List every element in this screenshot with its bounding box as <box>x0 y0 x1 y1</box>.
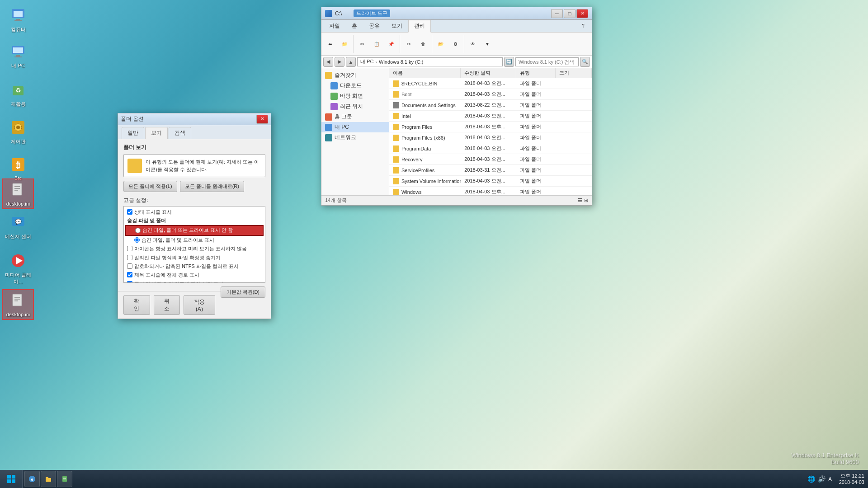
detail-view-icon[interactable]: ⊞ <box>584 197 588 203</box>
apply-all-button[interactable]: 모든 폴더에 적용(L) <box>123 181 177 192</box>
nav-homegroup-label: 홈 그룹 <box>335 113 352 121</box>
address-part-thispc[interactable]: 내 PC <box>360 58 373 65</box>
nav-back[interactable]: ◀ <box>323 57 333 67</box>
adv-title-path[interactable]: 제목 표시줄에 전체 경로 표시 <box>125 271 264 279</box>
tray-volume[interactable]: 🔊 <box>818 475 826 483</box>
nav-forward[interactable]: ▶ <box>335 57 344 67</box>
locked-folder-icon <box>393 102 399 108</box>
nav-desktop[interactable]: 바탕 화면 <box>321 91 389 101</box>
svg-text:₿: ₿ <box>16 161 20 170</box>
adv-hide-radio[interactable]: 숨긴 파일, 폴더 또는 드라이브 표시 안 함 <box>125 225 264 235</box>
address-part-drive[interactable]: Windows 8.1 ky (C:) <box>379 59 423 65</box>
col-size[interactable]: 크기 <box>556 68 592 78</box>
maximize-button[interactable]: □ <box>564 9 576 18</box>
taskbar-ie[interactable]: e <box>24 471 40 487</box>
search-input[interactable] <box>515 57 579 66</box>
file-row-programfiles-x86[interactable]: Program Files (x86) 2018-04-03 오전... 파일 … <box>389 132 592 143</box>
tray-network[interactable]: 🌐 <box>807 475 815 483</box>
advanced-list[interactable]: 상태 표시줄 표시 숨김 파일 및 폴더 숨긴 파일, 폴더 또는 드라이브 표… <box>123 206 265 283</box>
ribbon-copy-btn[interactable]: 📋 <box>370 34 383 54</box>
desktop-icon-desktop-ini-2[interactable]: desktop.ini <box>2 289 34 320</box>
tray-ime[interactable]: A <box>828 476 831 482</box>
nav-recent[interactable]: 최근 위치 <box>321 101 389 112</box>
desktop-icon-computer[interactable]: 컴퓨터 <box>2 5 34 35</box>
file-row-windows[interactable]: Windows 2018-04-03 오후... 파일 폴더 <box>389 187 592 195</box>
ribbon-folder-btn[interactable]: 📁 <box>338 34 351 54</box>
tab-manage[interactable]: 관리 <box>408 20 431 33</box>
ribbon-view-btn[interactable]: 👁 <box>466 34 480 54</box>
file-row-programdata[interactable]: ProgramData 2018-04-03 오전... 파일 폴더 <box>389 143 592 154</box>
adv-hide-ext[interactable]: 알려진 파일 형식의 파일 확장명 숨기기 <box>125 253 264 262</box>
ribbon-cut-btn[interactable]: ✂ <box>355 34 369 54</box>
nav-up[interactable]: ▲ <box>346 57 356 67</box>
dialog-apply-button[interactable]: 적용(A) <box>184 295 215 315</box>
file-row-recovery[interactable]: Recovery 2018-04-03 오전... 파일 폴더 <box>389 154 592 165</box>
adv-always-icon[interactable]: 아이콘은 항상 표시하고 미리 보기는 표시하지 않음 <box>125 244 264 253</box>
address-path[interactable]: 내 PC › Windows 8.1 ky (C:) <box>357 57 503 66</box>
show-radio-input[interactable] <box>134 237 140 243</box>
ribbon-help-button[interactable]: ? <box>576 20 590 32</box>
hide-ext-checkbox[interactable] <box>127 255 132 260</box>
always-icon-checkbox[interactable] <box>127 246 132 251</box>
col-type[interactable]: 유형 <box>516 68 556 78</box>
view-toggle[interactable]: ☰ ⊞ <box>578 197 588 203</box>
tab-share[interactable]: 공유 <box>363 20 386 32</box>
dialog-ok-button[interactable]: 확인 <box>123 295 150 315</box>
hide-radio-input[interactable] <box>135 228 141 233</box>
tab-file[interactable]: 파일 <box>323 20 346 32</box>
minimize-button[interactable]: ─ <box>551 9 563 18</box>
adv-popup[interactable]: 폴더 및 바탕 화면 항목에 팝업 설명 표시 <box>125 280 264 283</box>
start-button[interactable] <box>0 470 23 488</box>
desktop-icon-recycle[interactable]: ♻ 재활용 <box>2 79 34 109</box>
ribbon-new-folder-btn[interactable]: 📂 <box>434 34 448 54</box>
color-ntfs-checkbox[interactable] <box>127 263 132 269</box>
taskbar-notepad[interactable] <box>57 471 72 487</box>
dialog-close-button[interactable]: ✕ <box>256 115 268 124</box>
tab-view[interactable]: 보기 <box>386 20 408 32</box>
tab-home[interactable]: 홈 <box>346 20 363 32</box>
ribbon-paste-btn[interactable]: 📌 <box>384 34 398 54</box>
desktop-icon-mediaplayer[interactable]: 미디어 클레이... <box>2 250 34 287</box>
file-row-boot[interactable]: Boot 2018-04-03 오전... 파일 폴더 <box>389 89 592 100</box>
file-row-intel[interactable]: Intel 2018-04-03 오전... 파일 폴더 <box>389 111 592 122</box>
status-bar-checkbox[interactable] <box>127 209 132 215</box>
nav-mypc[interactable]: 내 PC <box>321 122 389 132</box>
list-view-icon[interactable]: ☰ <box>578 197 582 203</box>
nav-downloads[interactable]: 다운로드 <box>321 80 389 91</box>
reset-all-button[interactable]: 모든 폴더를 원래대로(R) <box>180 181 244 192</box>
taskbar-clock[interactable]: 오후 12:21 2018-04-03 <box>835 473 868 486</box>
file-row-programfiles[interactable]: Program Files 2018-04-03 오후... 파일 폴더 <box>389 122 592 132</box>
adv-color-ntfs[interactable]: 암호화되거나 압축된 NTFS 파일을 컬러로 표시 <box>125 262 264 271</box>
desktop-icon-desktop-ini-1[interactable]: desktop.ini <box>2 178 34 209</box>
ribbon-properties-btn[interactable]: ⚙ <box>448 34 462 54</box>
col-name[interactable]: 이름 <box>389 68 461 78</box>
restore-defaults-button[interactable]: 기본값 복원(D) <box>221 286 265 298</box>
file-row-documents[interactable]: Documents and Settings 2013-08-22 오전... … <box>389 100 592 111</box>
dialog-cancel-button[interactable]: 취소 <box>154 295 180 315</box>
ribbon-move-btn[interactable]: ✂ <box>402 34 415 54</box>
close-button[interactable]: ✕ <box>576 9 588 18</box>
adv-show-radio[interactable]: 숨긴 파일, 폴더 및 드라이브 표시 <box>125 236 264 244</box>
nav-favorites[interactable]: 즐겨찾기 <box>321 70 389 80</box>
adv-status-bar[interactable]: 상태 표시줄 표시 <box>125 208 264 216</box>
dialog-tab-search[interactable]: 검색 <box>169 127 191 139</box>
dialog-tab-general[interactable]: 일반 <box>122 127 144 139</box>
nav-refresh[interactable]: 🔄 <box>504 57 514 67</box>
file-row-systemvolume[interactable]: System Volume Information 2018-04-03 오전.… <box>389 176 592 187</box>
desktop-icon-controlpanel[interactable]: 제어판 <box>2 117 34 147</box>
ribbon-back-btn[interactable]: ⬅ <box>323 34 337 54</box>
search-button[interactable]: 🔍 <box>580 57 590 67</box>
dialog-tab-view[interactable]: 보기 <box>145 127 168 139</box>
file-row-serviceprofiles[interactable]: ServiceProfiles 2018-03-31 오전... 파일 폴더 <box>389 165 592 176</box>
nav-network[interactable]: 네트워크 <box>321 132 389 143</box>
nav-homegroup[interactable]: 홈 그룹 <box>321 112 389 122</box>
file-row-recycle[interactable]: $RECYCLE.BIN 2018-04-03 오전... 파일 폴더 <box>389 78 592 89</box>
col-date[interactable]: 수정한 날짜 <box>461 68 516 78</box>
ribbon-more-btn[interactable]: ▼ <box>481 34 494 54</box>
taskbar-explorer[interactable] <box>41 471 56 487</box>
desktop-icon-messaging[interactable]: 💬 메신저 센터 <box>2 211 34 242</box>
popup-checkbox[interactable] <box>127 281 132 283</box>
title-path-checkbox[interactable] <box>127 272 132 277</box>
ribbon-delete-btn[interactable]: 🗑 <box>416 34 430 54</box>
desktop-icon-mypc[interactable]: 내 PC <box>2 41 34 71</box>
